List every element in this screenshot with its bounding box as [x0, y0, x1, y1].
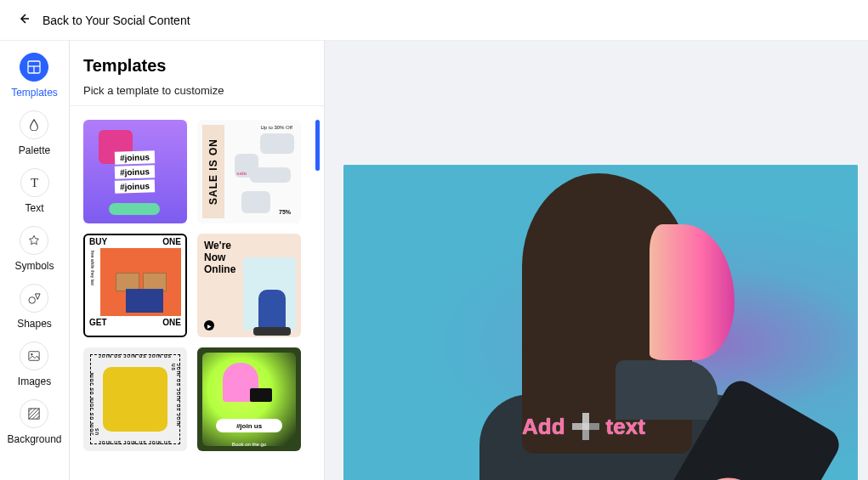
template-text: JOIN US JOIN US JOIN US [94, 353, 176, 359]
decorative-shape [253, 327, 291, 336]
decorative-shape [109, 203, 160, 215]
decorative-frame: JOIN US JOIN US JOIN US JOIN US JOIN US … [90, 354, 180, 444]
back-arrow-icon[interactable] [17, 12, 31, 29]
decorative-shape [103, 367, 167, 432]
nav-label: Images [18, 376, 51, 387]
template-card-online[interactable]: We're Now Online ▶ [197, 234, 301, 337]
templates-scroll[interactable]: #joinus #joinus #joinus SALE IS ON Up to… [70, 105, 324, 480]
template-card-sale[interactable]: SALE IS ON Up to 30% Off sale 75% [197, 120, 301, 223]
hatch-icon [20, 399, 48, 428]
template-text: JOIN US JOIN US JOIN US [94, 440, 176, 445]
svg-rect-16 [589, 423, 599, 430]
templates-panel: Templates Pick a template to customize #… [70, 41, 325, 480]
topbar: Back to Your Social Content [0, 0, 868, 41]
svg-rect-14 [582, 430, 589, 440]
nav-text[interactable]: T Text [20, 168, 49, 214]
svg-line-11 [33, 412, 40, 419]
template-text: #joinus [115, 150, 156, 165]
nav-palette[interactable]: Palette [19, 110, 50, 156]
template-text: 75% [279, 209, 291, 215]
nav-images[interactable]: Images [18, 342, 51, 387]
back-link[interactable]: Back to Your Social Content [43, 14, 190, 27]
nav-label: Shapes [17, 318, 52, 330]
scrollbar-thumb[interactable] [315, 120, 320, 171]
nav-background[interactable]: Background [7, 399, 61, 445]
decorative-shape [260, 133, 294, 154]
panel-title: Templates [83, 56, 310, 76]
drop-icon [20, 110, 48, 139]
panel-subtitle: Pick a template to customize [83, 84, 310, 97]
decorative-shape [650, 224, 735, 360]
design-canvas[interactable]: Add text You don't [343, 165, 858, 480]
template-text: SALE IS ON [202, 125, 224, 218]
plus-icon [570, 411, 601, 442]
template-footer: GET ONE [85, 316, 185, 329]
svg-line-9 [29, 409, 36, 415]
svg-line-12 [37, 416, 40, 420]
svg-rect-5 [29, 352, 39, 361]
template-text: Up to 30% Off [260, 125, 292, 130]
nav-label: Symbols [14, 260, 54, 272]
template-text: #joinus [115, 165, 156, 179]
svg-line-8 [29, 409, 32, 412]
decorative-shape [250, 388, 272, 402]
template-text: JOIN US JOIN US JOIN US [89, 364, 99, 435]
template-text: #joinus [115, 179, 156, 194]
template-text: JOIN US JOIN US JOIN US [171, 364, 181, 435]
template-header: BUY ONE [85, 235, 185, 248]
template-text: sale [236, 171, 247, 176]
main-area: Templates Palette T Text Symbols Shapes [0, 41, 868, 480]
nav-symbols[interactable]: Symbols [14, 226, 54, 272]
svg-rect-15 [572, 423, 582, 430]
decorative-shape [258, 290, 286, 330]
left-nav: Templates Palette T Text Symbols Shapes [0, 41, 70, 480]
template-text: BUY [89, 237, 107, 246]
nav-label: Text [25, 202, 43, 214]
svg-point-6 [31, 353, 33, 355]
svg-point-4 [29, 296, 36, 303]
decorative-shape [241, 191, 270, 213]
layout-icon [20, 53, 48, 82]
decorative-shape [126, 289, 163, 313]
decorative-shape [100, 248, 181, 316]
image-icon [20, 342, 48, 370]
nav-label: Palette [19, 144, 50, 156]
template-card-joinus-frame[interactable]: JOIN US JOIN US JOIN US JOIN US JOIN US … [83, 347, 187, 451]
svg-rect-17 [582, 423, 589, 430]
template-text: free while they last [88, 251, 98, 320]
nav-label: Templates [11, 87, 58, 99]
shapes-icon [20, 284, 48, 313]
nav-templates[interactable]: Templates [11, 53, 58, 99]
template-text: ONE [162, 237, 181, 246]
panel-header: Templates Pick a template to customize [70, 41, 324, 105]
add-text-label-left: Add [522, 414, 565, 440]
template-text: #join us [216, 419, 282, 432]
add-text-button[interactable]: Add text [522, 411, 645, 442]
template-text: Book on the go [197, 442, 301, 447]
nav-shapes[interactable]: Shapes [17, 284, 52, 330]
add-text-label-right: text [606, 414, 645, 440]
decorative-shape [250, 167, 291, 183]
template-text: We're [204, 240, 294, 252]
nav-label: Background [7, 433, 61, 445]
play-icon: ▶ [204, 320, 214, 330]
text-icon: T [20, 168, 49, 197]
template-card-joinus[interactable]: #joinus #joinus #joinus [83, 120, 187, 223]
template-text: ONE [162, 318, 181, 327]
templates-grid: #joinus #joinus #joinus SALE IS ON Up to… [83, 120, 310, 451]
template-card-bogo[interactable]: BUY ONE free while they last GET ONE [83, 234, 187, 337]
star-icon [20, 226, 48, 255]
canvas-area[interactable]: Add text You don't [325, 41, 868, 480]
svg-rect-13 [582, 413, 589, 423]
template-card-hashtag-joinus[interactable]: #join us Book on the go [197, 347, 301, 451]
